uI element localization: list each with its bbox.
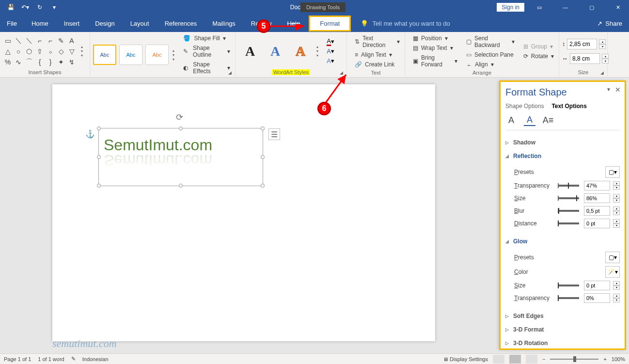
text-fill-outline-icon[interactable]: A [505, 114, 517, 126]
shape-style-3[interactable]: Abc [145, 45, 169, 65]
view-read-mode-icon[interactable] [493, 355, 504, 364]
section-3d-format[interactable]: ▷3-D Format [505, 324, 620, 335]
reflection-blur-slider[interactable] [558, 210, 579, 212]
glow-transparency-input[interactable] [584, 293, 610, 303]
wordart-textbox[interactable]: ⟳ ⚓ ☰ SemutImut.com SemutImut.com [98, 128, 263, 186]
undo-icon[interactable]: ↶▾ [18, 1, 32, 14]
zoom-out-icon[interactable]: − [542, 356, 545, 362]
reflection-distance-spinner[interactable]: ▴▾ [613, 219, 620, 228]
wordart-style-1[interactable]: A [238, 41, 262, 62]
view-print-layout-icon[interactable] [509, 355, 521, 364]
wordart-style-2[interactable]: A [264, 41, 287, 62]
reflection-transparency-input[interactable] [584, 181, 610, 190]
height-spinner[interactable]: ▴▾ [599, 39, 606, 49]
zoom-in-icon[interactable]: + [603, 356, 606, 362]
close-icon[interactable]: ✕ [607, 0, 629, 15]
minimize-icon[interactable]: — [554, 0, 577, 15]
align-text-button[interactable]: ≡Align Text▾ [353, 50, 402, 59]
resize-handle[interactable] [179, 184, 183, 188]
wordart-text[interactable]: SemutImut.com [99, 128, 263, 154]
reflection-transparency-spinner[interactable]: ▴▾ [613, 181, 620, 190]
resize-handle[interactable] [97, 184, 101, 188]
shape-fill-button[interactable]: 🪣Shape Fill▾ [181, 34, 232, 43]
sign-in-button[interactable]: Sign in [497, 3, 524, 12]
wrap-text-button[interactable]: ▤Wrap Text▾ [411, 44, 459, 52]
status-language[interactable]: Indonesian [82, 356, 109, 362]
resize-handle[interactable] [261, 184, 265, 188]
reflection-transparency-slider[interactable] [558, 185, 579, 187]
bring-forward-button[interactable]: ▣Bring Forward▾ [411, 53, 459, 69]
rotate-button[interactable]: ⟳Rotate▾ [521, 52, 556, 61]
textbox-tab-icon[interactable]: A≡ [542, 114, 554, 126]
position-button[interactable]: ▦Position▾ [411, 34, 459, 43]
align-button[interactable]: ⫠Align▾ [464, 60, 517, 69]
glow-size-slider[interactable] [558, 285, 579, 286]
reflection-blur-input[interactable] [584, 206, 610, 216]
maximize-icon[interactable]: ▢ [581, 0, 603, 15]
rotate-handle-icon[interactable]: ⟳ [176, 112, 186, 122]
section-3d-rotation[interactable]: ▷3-D Rotation [505, 338, 620, 348]
section-shadow[interactable]: ▷Shadow [505, 137, 620, 148]
shape-effects-button[interactable]: ◐Shape Effects▾ [181, 60, 232, 76]
tab-references[interactable]: References [157, 16, 204, 32]
qat-customize-icon[interactable]: ▾ [47, 1, 61, 14]
tab-layout[interactable]: Layout [123, 16, 157, 32]
text-direction-button[interactable]: ⇅Text Direction▾ [353, 34, 402, 49]
glow-color-button[interactable]: 🪄▾ [605, 266, 620, 278]
save-icon[interactable]: 💾 [4, 1, 17, 14]
redo-icon[interactable]: ↻ [33, 1, 47, 14]
pane-options-icon[interactable]: ▼ [606, 87, 611, 92]
tab-mailings[interactable]: Mailings [204, 16, 243, 32]
zoom-level[interactable]: 100% [612, 356, 625, 362]
shape-styles-more-icon[interactable]: ▴▾▾ [171, 48, 176, 62]
section-reflection[interactable]: ◢Reflection [505, 151, 620, 161]
zoom-slider[interactable] [550, 359, 598, 360]
tab-insert[interactable]: Insert [56, 16, 88, 32]
reflection-blur-spinner[interactable]: ▴▾ [613, 206, 620, 215]
shapes-gallery[interactable]: ▭＼＼⌐⌐✎A △○⬡⇧⬦◇▽ %∿⌒{}✦↯ [3, 36, 77, 67]
glow-transparency-spinner[interactable]: ▴▾ [613, 294, 620, 302]
status-page[interactable]: Page 1 of 1 [4, 356, 31, 362]
glow-transparency-slider[interactable] [558, 297, 579, 299]
reflection-size-input[interactable] [584, 193, 610, 203]
tab-home[interactable]: Home [24, 16, 56, 32]
text-effects-button[interactable]: A▾ [325, 57, 336, 65]
reflection-distance-slider[interactable] [558, 222, 579, 224]
text-effects-tab-icon[interactable]: A [524, 114, 535, 126]
reflection-presets-button[interactable]: ▢▾ [605, 166, 620, 178]
ribbon-display-icon[interactable]: ▭ [528, 0, 550, 15]
pane-close-icon[interactable]: ✕ [615, 86, 621, 94]
pane-tab-shape-options[interactable]: Shape Options [505, 103, 544, 110]
section-glow[interactable]: ◢Glow [505, 236, 620, 247]
view-web-layout-icon[interactable] [526, 355, 537, 364]
shape-styles-launcher-icon[interactable]: ◢ [228, 70, 233, 75]
reflection-size-slider[interactable] [558, 197, 579, 199]
proofing-icon[interactable]: ✎ [71, 356, 76, 362]
pane-tab-text-options[interactable]: Text Options [551, 103, 586, 110]
glow-size-spinner[interactable]: ▴▾ [613, 281, 620, 290]
shape-style-2[interactable]: Abc [119, 45, 142, 65]
width-input[interactable] [570, 53, 600, 64]
selection-pane-button[interactable]: ▭Selection Pane [464, 50, 517, 59]
text-outline-button[interactable]: A▾ [325, 47, 336, 56]
size-launcher-icon[interactable]: ◢ [600, 70, 605, 75]
status-words[interactable]: 1 of 1 word [38, 356, 64, 362]
tell-me-search[interactable]: 💡 Tell me what you want to do [361, 20, 450, 27]
group-button[interactable]: ⊞Group▾ [521, 42, 556, 51]
shapes-more-icon[interactable]: ▴▾▾ [79, 45, 85, 58]
section-soft-edges[interactable]: ▷Soft Edges [505, 311, 620, 321]
shape-outline-button[interactable]: ✎Shape Outline▾ [181, 44, 232, 59]
width-spinner[interactable]: ▴▾ [602, 54, 609, 63]
reflection-size-spinner[interactable]: ▴▾ [613, 194, 620, 203]
glow-size-input[interactable] [584, 281, 610, 290]
height-input[interactable] [567, 39, 597, 49]
tab-format[interactable]: Format [309, 16, 351, 32]
wordart-style-3[interactable]: A [289, 41, 312, 62]
shape-style-1[interactable]: Abc [93, 45, 116, 65]
text-fill-button[interactable]: A▾ [325, 37, 336, 46]
share-button[interactable]: ↗ Share [597, 20, 622, 27]
send-backward-button[interactable]: ▢Send Backward▾ [464, 34, 517, 49]
tab-file[interactable]: File [0, 16, 24, 32]
display-settings-button[interactable]: 🖥 Display Settings [443, 356, 488, 362]
tab-design[interactable]: Design [87, 16, 122, 32]
